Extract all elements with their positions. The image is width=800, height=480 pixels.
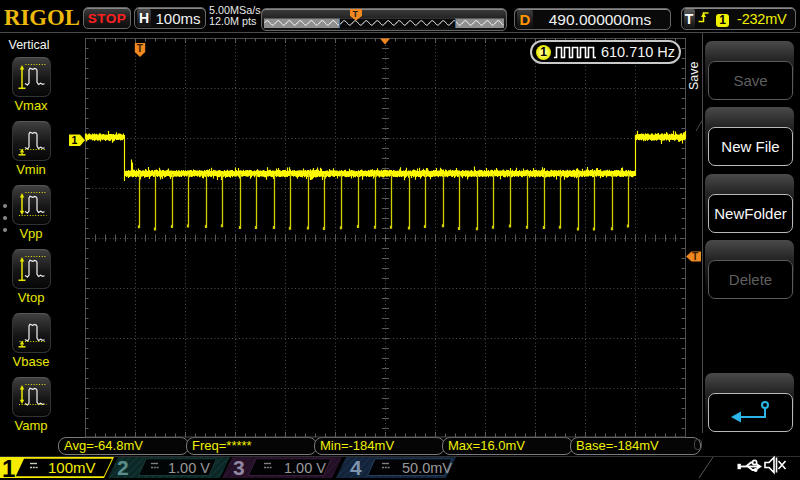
svg-text:50.0mV: 50.0mV — [402, 460, 452, 476]
svg-text:1.00 V: 1.00 V — [168, 460, 210, 476]
svg-text:T: T — [353, 9, 359, 19]
svg-text:T: T — [692, 251, 698, 262]
svg-text:4: 4 — [350, 456, 362, 479]
svg-text:T: T — [137, 43, 143, 54]
svg-text:1: 1 — [2, 455, 15, 480]
svg-text:1: 1 — [72, 134, 78, 146]
svg-text:1.00 V: 1.00 V — [284, 460, 326, 476]
svg-text:100mV: 100mV — [48, 459, 96, 476]
svg-text:3: 3 — [233, 456, 245, 479]
svg-text:2: 2 — [117, 456, 129, 479]
